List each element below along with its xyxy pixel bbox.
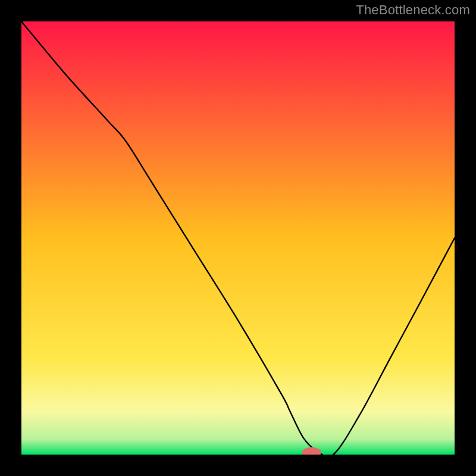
bottleneck-chart-svg	[21, 21, 455, 455]
plot-area	[21, 21, 455, 455]
watermark-label: TheBottleneck.com	[356, 2, 470, 18]
gradient-background	[21, 21, 455, 455]
chart-frame: TheBottleneck.com	[0, 0, 476, 476]
